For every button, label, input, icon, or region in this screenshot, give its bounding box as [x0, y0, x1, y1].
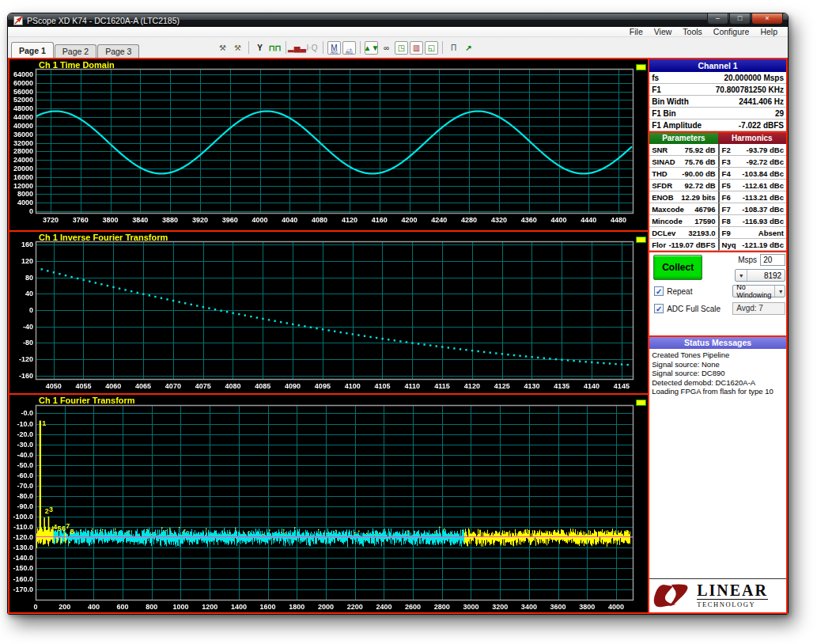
time-domain-title: Ch 1 Time Domain — [39, 60, 115, 70]
parameter-value: -119.07 dBFS — [668, 241, 715, 249]
harmonic-row-f8: F8-116.93 dBc — [718, 215, 786, 227]
info-label: F1 — [652, 85, 661, 94]
tab-page-1[interactable]: Page 1 — [11, 42, 54, 58]
info-row-bin-width: Bin Width2441.406 Hz — [649, 96, 786, 108]
collect-button[interactable]: Collect — [653, 255, 702, 280]
channel-header: Channel 1 — [649, 59, 786, 72]
harmonic-value: Absent — [758, 229, 784, 237]
code-bars-icon[interactable]: ▥ — [410, 41, 423, 55]
harmonic-value: -113.21 dBc — [743, 193, 784, 202]
harmonic-label: F8 — [722, 217, 731, 225]
menu-configure[interactable]: Configure — [708, 27, 755, 36]
fft-canvas[interactable] — [9, 395, 648, 612]
eyeglasses-icon[interactable]: ∞ — [380, 41, 393, 55]
channel-info-table: fs20.000000 MspsF170.800781250 KHzBin Wi… — [649, 72, 786, 131]
menu-view[interactable]: View — [649, 27, 678, 36]
export-icon[interactable]: ↗ — [462, 41, 475, 55]
windowing-dropdown[interactable]: No Windowing ▼ — [732, 285, 785, 297]
menu-help[interactable]: Help — [755, 27, 783, 36]
average-run-icon[interactable]: →AVG — [342, 41, 356, 55]
average-m-icon[interactable]: MAVG — [327, 41, 341, 55]
parameter-label: Mincode — [652, 217, 683, 225]
parameter-value: 46796 — [694, 205, 715, 214]
menu-tools[interactable]: Tools — [677, 27, 708, 36]
info-label: fs — [652, 74, 659, 82]
parameter-value: 32193.0 — [688, 229, 715, 237]
square-wave-icon[interactable]: ⊓⊓ — [268, 41, 282, 55]
repeat-checkbox[interactable]: ✓ Repeat — [654, 286, 692, 296]
content-area: Ch 1 Time Domain Ch 1 Inverse Fourier Tr… — [8, 58, 788, 614]
lt-logo-mark — [652, 581, 694, 610]
checkbox-check-icon: ✓ — [654, 304, 664, 313]
sample-window-icon[interactable]: ◱ — [425, 41, 438, 55]
toolbar-separator — [248, 41, 249, 54]
adc-full-scale-checkbox[interactable]: ✓ ADC Full Scale — [654, 304, 721, 313]
histogram-icon[interactable]: ▂▅▃ — [290, 41, 304, 55]
tab-page-3[interactable]: Page 3 — [97, 44, 139, 58]
pulse-icon[interactable]: Π — [447, 41, 460, 55]
parameter-label: ENOB — [652, 193, 673, 202]
msps-input[interactable] — [760, 254, 785, 266]
parameter-label: Flor — [652, 241, 666, 249]
settings-hammer-icon[interactable]: ⚒ — [216, 41, 229, 55]
parameter-value: 12.29 bits — [681, 193, 715, 202]
harmonic-label: F5 — [722, 181, 731, 190]
average-m-icon-sub: AVG — [328, 51, 340, 55]
harmonic-value: -116.93 dBc — [743, 217, 784, 225]
time-domain-plot: Ch 1 Time Domain — [9, 59, 648, 230]
status-message: Signal source: None — [652, 360, 784, 369]
logo-technology-text: TECHNOLOGY — [697, 599, 768, 608]
panel-filler — [649, 398, 786, 579]
hammer-zero-icon[interactable]: ⚒ — [231, 41, 244, 55]
tabbar: Page 1Page 2Page 3 ⚒⚒Y⊓⊓▂▅▃I·QMAVG→AVG▲▼… — [8, 37, 788, 58]
menubar-items: FileViewToolsConfigureHelp — [8, 27, 788, 37]
window-controls: –□× — [706, 13, 783, 25]
adc-full-scale-label: ADC Full Scale — [667, 305, 721, 313]
info-value: 29 — [775, 109, 784, 118]
harmonic-label: F9 — [722, 229, 731, 237]
zoom-window-icon[interactable]: ◳ — [395, 41, 408, 55]
size-dropdown[interactable]: ▼ 8192 — [735, 269, 785, 282]
harmonic-row-f4: F4-103.84 dBc — [718, 168, 786, 180]
parameter-label: SFDR — [652, 181, 672, 190]
filter-icon[interactable]: Y — [253, 41, 267, 55]
harmonic-label: F4 — [722, 169, 731, 178]
iq-plot-icon[interactable]: I·Q — [305, 41, 319, 55]
toolbar-separator — [286, 41, 286, 54]
harmonic-row-f2: F2-93.79 dBc — [718, 144, 786, 156]
harmonic-label: F3 — [722, 157, 731, 166]
harmonic-label: F6 — [722, 193, 731, 202]
inverse-fft-title: Ch 1 Inverse Fourier Transform — [39, 233, 168, 242]
inverse-fft-legend-chip[interactable] — [636, 237, 646, 243]
inverse-fft-canvas[interactable] — [9, 232, 648, 393]
info-label: F1 Bin — [652, 109, 676, 118]
minimize-button[interactable]: – — [707, 13, 728, 25]
checkbox-check-icon: ✓ — [654, 286, 664, 296]
titlebar[interactable]: PScope XD K74 - DC1620A-A (LTC2185) –□× — [8, 13, 788, 27]
info-value: 20.000000 Msps — [724, 74, 784, 82]
parameter-label: SNR — [652, 146, 668, 154]
parameter-value: 75.92 dB — [685, 146, 716, 154]
harmonic-row-f7: F7-108.37 dBc — [718, 203, 786, 215]
parameter-row-enob: ENOB12.29 bits — [649, 191, 717, 203]
harmonic-value: -103.84 dBc — [742, 169, 784, 178]
harmonic-row-f6: F6-113.21 dBc — [718, 191, 786, 203]
fft-legend-chip[interactable] — [636, 400, 646, 406]
status-message: Created Tones Pipeline — [652, 350, 784, 360]
info-label: Bin Width — [652, 97, 689, 106]
channel-toggle-icon[interactable]: ▲▼ — [365, 41, 378, 55]
harmonic-label: F7 — [722, 205, 731, 214]
info-row-f1-amplitude: F1 Amplitude-7.022 dBFS — [649, 119, 786, 131]
close-button[interactable]: × — [751, 13, 783, 25]
app-window: PScope XD K74 - DC1620A-A (LTC2185) –□× … — [7, 13, 789, 615]
app-icon — [13, 16, 23, 25]
time-domain-canvas[interactable] — [9, 59, 648, 230]
parameter-row-flor: Flor-119.07 dBFS — [649, 239, 717, 251]
time-domain-legend-chip[interactable] — [636, 64, 646, 70]
tab-page-2[interactable]: Page 2 — [55, 44, 96, 58]
side-panel: Channel 1 fs20.000000 MspsF170.800781250… — [647, 59, 786, 612]
logo-linear-text: LINEAR — [697, 583, 768, 599]
maximize-button[interactable]: □ — [729, 13, 751, 25]
menu-file[interactable]: File — [624, 27, 649, 36]
parameter-row-snr: SNR75.92 dB — [649, 144, 717, 156]
